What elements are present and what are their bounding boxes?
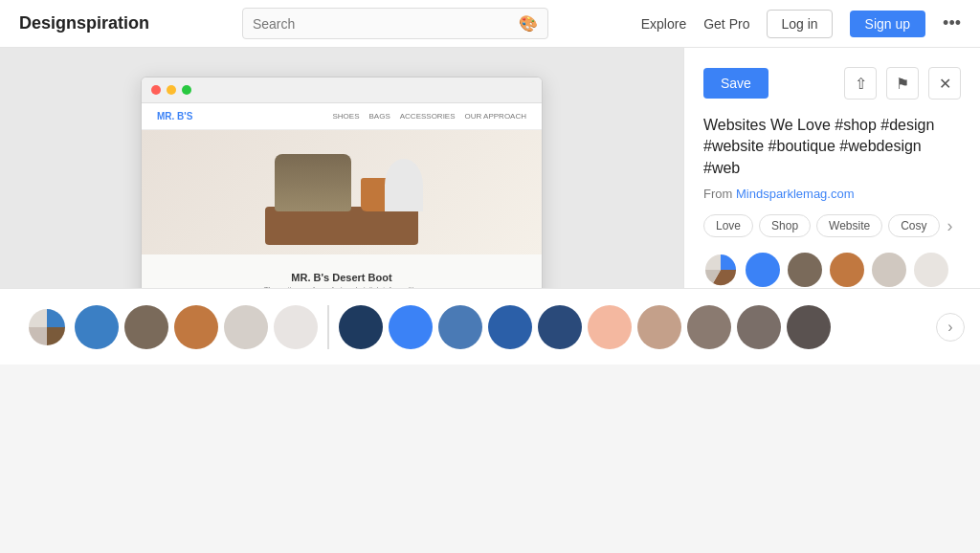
site-header-bar: MR. B'S SHOES BAGS ACCESSORIES OUR APPRO…	[142, 103, 542, 130]
palette-color-3[interactable]	[830, 253, 864, 287]
share-button[interactable]: ⇧	[844, 67, 877, 100]
action-icons: ⇧ ⚑ ✕	[844, 67, 961, 100]
search-bar: 🎨	[242, 8, 548, 39]
palette-color-5[interactable]	[914, 253, 948, 287]
more-button[interactable]: •••	[943, 13, 961, 33]
signup-button[interactable]: Sign up	[850, 11, 925, 37]
site-logo[interactable]: Designspiration	[19, 13, 149, 33]
pin-source: From Mindsparklemag.com	[703, 187, 961, 201]
lamp-prop	[385, 159, 423, 211]
get-pro-link[interactable]: Get Pro	[703, 16, 749, 32]
bottom-color-g1-5[interactable]	[274, 305, 318, 349]
palette-color-4[interactable]	[872, 253, 906, 287]
bottom-color-g2-2[interactable]	[438, 305, 482, 349]
bottom-pie[interactable]	[25, 305, 69, 349]
close-traffic-light	[151, 85, 161, 95]
bottom-color-g1-3[interactable]	[174, 305, 218, 349]
site-product-title: MR. B's Desert Boot	[151, 272, 532, 283]
tag-item[interactable]: Cosy	[888, 214, 939, 237]
nav-accessories: ACCESSORIES	[400, 112, 456, 121]
save-button[interactable]: Save	[703, 68, 768, 99]
nav-shoes: SHOES	[332, 112, 359, 121]
site-brand-logo: MR. B'S	[157, 111, 192, 122]
color-palette	[703, 253, 961, 287]
header: Designspiration 🎨 Explore Get Pro Log in…	[0, 0, 980, 48]
bottom-color-strip: ›	[0, 288, 980, 365]
from-label: From	[703, 187, 732, 201]
wooden-base-prop	[265, 207, 418, 245]
bottom-color-g2-7[interactable]	[687, 305, 731, 349]
tags-container: LoveShopWebsiteCosy ›	[703, 214, 961, 237]
bottom-color-g2-9[interactable]	[787, 305, 831, 349]
bottom-color-g2-3[interactable]	[488, 305, 532, 349]
explore-link[interactable]: Explore	[641, 16, 686, 32]
bottom-next-arrow[interactable]: ›	[936, 313, 965, 342]
bottom-color-g2-4[interactable]	[538, 305, 582, 349]
bottom-color-g2-5[interactable]	[588, 305, 632, 349]
bottom-color-group-2	[329, 305, 840, 349]
shoe-display	[142, 130, 542, 254]
bottom-color-g2-8[interactable]	[737, 305, 781, 349]
main-wrapper: MR. B'S SHOES BAGS ACCESSORIES OUR APPRO…	[0, 48, 980, 365]
palette-color-1[interactable]	[746, 253, 780, 287]
bottom-color-g1-1[interactable]	[75, 305, 119, 349]
boot-shape	[275, 154, 351, 211]
search-input[interactable]	[253, 16, 511, 32]
tag-item[interactable]: Website	[816, 214, 882, 237]
login-button[interactable]: Log in	[767, 10, 832, 38]
palette-icon[interactable]: 🎨	[519, 14, 538, 33]
nav-right: Explore Get Pro Log in Sign up •••	[641, 10, 961, 38]
close-button[interactable]: ✕	[928, 67, 961, 100]
palette-color-2[interactable]	[788, 253, 822, 287]
flag-button[interactable]: ⚑	[886, 67, 919, 100]
minimize-traffic-light	[167, 85, 176, 95]
site-nav: SHOES BAGS ACCESSORIES OUR APPROACH	[332, 112, 526, 121]
pin-title: Websites We Love #shop #design #website …	[703, 115, 961, 179]
nav-about: OUR APPROACH	[465, 112, 526, 121]
tag-item[interactable]: Shop	[759, 214, 811, 237]
tag-item[interactable]: Love	[703, 214, 753, 237]
fullscreen-traffic-light	[182, 85, 191, 95]
bottom-color-g2-6[interactable]	[637, 305, 681, 349]
tags-next-arrow[interactable]: ›	[947, 216, 953, 236]
color-pie[interactable]	[703, 253, 738, 287]
bottom-color-g2-0[interactable]	[339, 305, 383, 349]
browser-titlebar	[142, 77, 542, 103]
bottom-color-g1-4[interactable]	[224, 305, 268, 349]
nav-bags: BAGS	[369, 112, 390, 121]
bottom-color-g1-2[interactable]	[124, 305, 168, 349]
bottom-color-group-1	[15, 305, 329, 349]
action-bar: Save ⇧ ⚑ ✕	[703, 67, 961, 100]
source-link[interactable]: Mindsparklemag.com	[736, 187, 855, 201]
bottom-color-g2-1[interactable]	[389, 305, 433, 349]
shoe-image-area	[142, 130, 542, 254]
